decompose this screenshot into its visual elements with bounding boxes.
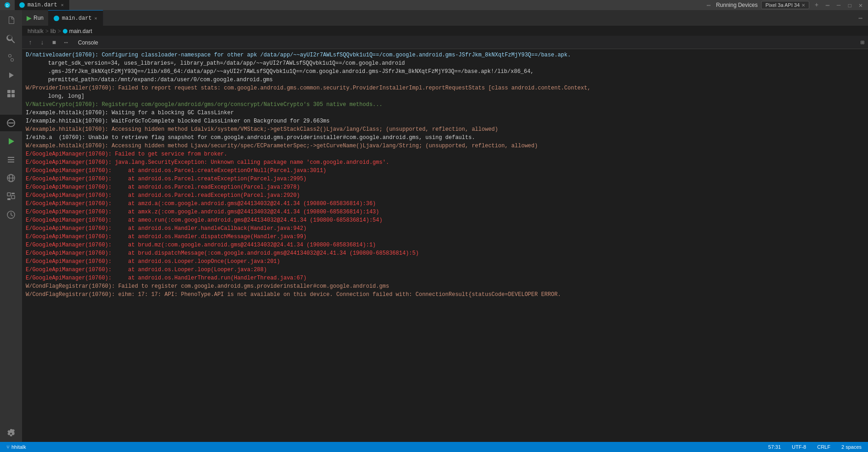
- log-line: W/ProviderInstaller(10760): Failed to re…: [22, 84, 868, 92]
- log-text: W/example.hhitalk(10760): Accessing hidd…: [26, 142, 538, 150]
- console-more-icon[interactable]: ⋯: [61, 38, 71, 47]
- editor-tabs: ▶ Run main.dart ✕ ⋯: [22, 10, 868, 26]
- running-devices-label: Running Devices: [716, 2, 758, 8]
- indentation-label: 2 spaces: [841, 444, 862, 450]
- status-time[interactable]: 57:31: [766, 442, 784, 452]
- log-line: I/eihb.a (10760): Unable to retrieve fla…: [22, 134, 868, 142]
- log-text: .gms-JSfrJkm_8kNXqtFzMjY93Q==/lib/x86_64…: [26, 67, 534, 76]
- log-text: D/nativeloader(10760): Configuring class…: [26, 51, 571, 59]
- console-tab-label[interactable]: Console: [74, 39, 102, 47]
- no-entry-icon[interactable]: [0, 115, 22, 131]
- log-text: I/eihb.a (10760): Unable to retrieve fla…: [26, 134, 475, 142]
- breadcrumb-part2[interactable]: lib: [50, 28, 56, 34]
- close-window-icon[interactable]: ✕: [857, 1, 864, 9]
- log-text: E/GoogleApiManager(10760): at android.os…: [26, 175, 306, 183]
- clock-icon[interactable]: [3, 206, 19, 223]
- breadcrumb-sep1: >: [45, 28, 49, 34]
- maximize-icon[interactable]: ☐: [846, 1, 853, 9]
- stop-icon[interactable]: ■: [50, 38, 59, 47]
- log-line: E/GoogleApiManager(10760): at ameo.run(:…: [22, 216, 868, 224]
- run-icon[interactable]: [3, 133, 19, 150]
- extensions-icon[interactable]: [3, 85, 19, 102]
- log-line: E/GoogleApiManager(10760): at android.os…: [22, 224, 868, 233]
- window-more-icon[interactable]: ⋯: [824, 1, 831, 9]
- app-logo: D: [4, 1, 11, 9]
- log-text: I/example.hhitalk(10760): WaitForGcToCom…: [26, 117, 330, 125]
- list-icon[interactable]: [3, 151, 19, 168]
- top-tab-bar: main.dart ✕: [15, 0, 701, 10]
- source-control-icon[interactable]: [3, 49, 19, 65]
- scroll-up-icon[interactable]: ↑: [26, 38, 35, 47]
- editor-tab-main-dart[interactable]: main.dart ✕: [48, 10, 103, 26]
- files-icon[interactable]: [3, 12, 19, 28]
- log-text: W/ProviderInstaller(10760): Failed to re…: [26, 84, 590, 92]
- scroll-down-icon[interactable]: ↓: [38, 38, 47, 47]
- log-line: E/GoogleApiManager(10760): at android.os…: [22, 266, 868, 274]
- log-text: E/GoogleApiManager(10760): at amxk.z(:co…: [26, 208, 379, 216]
- more-icon[interactable]: ⋯: [705, 1, 712, 9]
- svg-rect-10: [8, 162, 14, 162]
- editor-tab-actions: ⋯: [859, 14, 868, 22]
- log-line: long, long]: [22, 92, 868, 100]
- top-bar-right: ⋯ Running Devices Pixel 3a API 34 ✕ + ⋯ …: [705, 1, 864, 9]
- profile-icon[interactable]: [3, 188, 19, 205]
- log-line: E/GoogleApiManager(10760): at android.os…: [22, 183, 868, 191]
- svg-rect-4: [7, 94, 11, 97]
- dart-file-icon: [54, 16, 59, 21]
- layout-toggle-icon[interactable]: ⊞: [861, 39, 864, 46]
- status-bar-right: 57:31 UTF-8 CRLF 2 spaces: [766, 442, 864, 452]
- log-line: W/CondFlagRegistrar(10760): eihm: 17: 17…: [22, 290, 868, 299]
- log-text: E/GoogleApiManager(10760): at android.os…: [26, 224, 306, 233]
- status-encoding[interactable]: UTF-8: [789, 442, 809, 452]
- editor-more-actions-icon[interactable]: ⋯: [859, 14, 862, 22]
- device-tab-close[interactable]: ✕: [801, 3, 805, 8]
- log-line: .gms-JSfrJkm_8kNXqtFzMjY93Q==/lib/x86_64…: [22, 67, 868, 76]
- breadcrumb-part3[interactable]: main.dart: [69, 28, 92, 34]
- log-text: long, long]: [26, 92, 84, 100]
- top-tab-main-dart[interactable]: main.dart ✕: [15, 0, 70, 10]
- log-text: V/NativeCrypto(10760): Registering com/g…: [26, 100, 383, 109]
- add-device-icon[interactable]: +: [813, 1, 820, 9]
- log-text: permitted_path=/data:/mnt/expand:/data/u…: [26, 76, 273, 84]
- svg-rect-16: [7, 198, 11, 200]
- log-text: E/GoogleApiManager(10760): at brud.dispa…: [26, 249, 419, 257]
- svg-rect-3: [11, 90, 15, 93]
- editor-tab-label: main.dart: [62, 15, 92, 22]
- status-line-ending[interactable]: CRLF: [814, 442, 833, 452]
- log-line: V/NativeCrypto(10760): Registering com/g…: [22, 100, 868, 109]
- run-label: Run: [33, 15, 44, 21]
- breadcrumb: hhitalk > lib > main.dart: [22, 26, 868, 36]
- log-line: E/GoogleApiManager(10760): at amxk.z(:co…: [22, 208, 868, 216]
- minimize-icon[interactable]: —: [835, 1, 842, 9]
- log-output[interactable]: D/nativeloader(10760): Configuring class…: [22, 49, 868, 442]
- device-name: Pixel 3a API 34: [765, 2, 800, 8]
- status-branch[interactable]: ⑂ hhitalk: [4, 442, 29, 452]
- editor-tab-close[interactable]: ✕: [95, 16, 97, 21]
- top-tab-close[interactable]: ✕: [60, 2, 65, 8]
- log-line: E/GoogleApiManager(10760): at android.os…: [22, 257, 868, 266]
- log-line: I/example.hhitalk(10760): Waiting for a …: [22, 109, 868, 117]
- log-line: D/nativeloader(10760): Configuring class…: [22, 51, 868, 59]
- log-line: E/GoogleApiManager(10760): java.lang.Sec…: [22, 158, 868, 167]
- console-toolbar: ↑ ↓ ■ ⋯ Console ⊞: [22, 36, 868, 49]
- main-layout: ▶ Run main.dart ✕ ⋯ hhitalk > lib > main…: [0, 10, 868, 442]
- breadcrumb-dart-icon: [63, 29, 67, 33]
- settings-icon[interactable]: [3, 425, 19, 442]
- run-debug-icon[interactable]: [3, 67, 19, 84]
- log-line: E/GoogleApiManager(10760): at android.os…: [22, 191, 868, 200]
- log-line: E/GoogleApiManager(10760): at android.os…: [22, 175, 868, 183]
- log-text: E/GoogleApiManager(10760): at ameo.run(:…: [26, 216, 383, 224]
- breadcrumb-part1[interactable]: hhitalk: [28, 28, 44, 34]
- search-icon[interactable]: [3, 30, 19, 47]
- log-line: E/GoogleApiManager(10760): at android.os…: [22, 167, 868, 175]
- console-scroll-icons: ↑ ↓ ■ ⋯: [26, 38, 71, 47]
- earth-icon[interactable]: [3, 170, 19, 186]
- log-line: E/GoogleApiManager(10760): at brud.dispa…: [22, 249, 868, 257]
- log-line: W/CondFlagRegistrar(10760): Failed to re…: [22, 282, 868, 290]
- log-text: E/GoogleApiManager(10760): at amzd.a(:co…: [26, 200, 376, 208]
- status-indentation[interactable]: 2 spaces: [839, 442, 864, 452]
- run-button[interactable]: ▶ Run: [22, 10, 48, 26]
- device-tab[interactable]: Pixel 3a API 34 ✕: [761, 1, 809, 9]
- svg-rect-9: [8, 159, 14, 160]
- console-area: ↑ ↓ ■ ⋯ Console ⊞ D/nativeloader(10760):…: [22, 36, 868, 442]
